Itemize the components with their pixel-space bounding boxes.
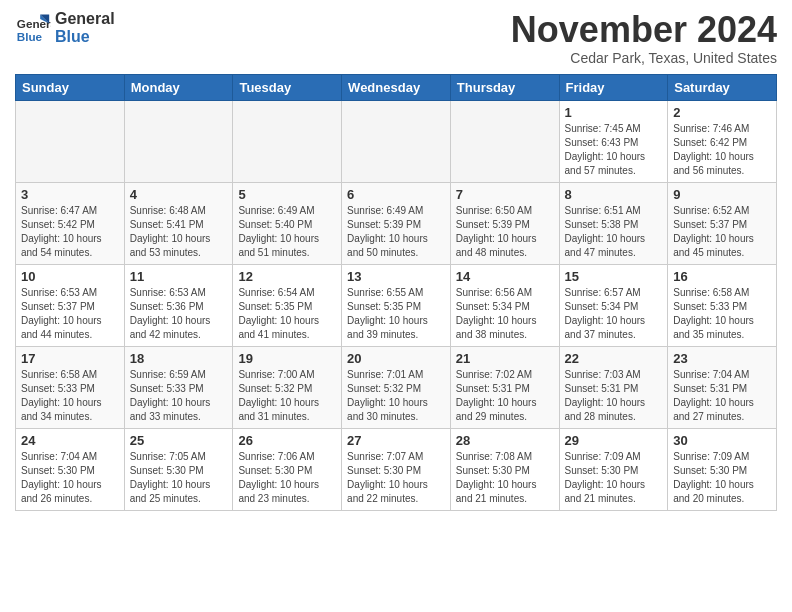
day-number: 19 xyxy=(238,351,336,366)
day-info: Sunrise: 7:01 AM Sunset: 5:32 PM Dayligh… xyxy=(347,368,445,424)
day-info: Sunrise: 6:54 AM Sunset: 5:35 PM Dayligh… xyxy=(238,286,336,342)
day-info: Sunrise: 6:55 AM Sunset: 5:35 PM Dayligh… xyxy=(347,286,445,342)
day-number: 21 xyxy=(456,351,554,366)
day-header-monday: Monday xyxy=(124,74,233,100)
calendar-cell: 15 Sunrise: 6:57 AM Sunset: 5:34 PM Dayl… xyxy=(559,264,668,346)
calendar-table: SundayMondayTuesdayWednesdayThursdayFrid… xyxy=(15,74,777,511)
calendar-cell: 24 Sunrise: 7:04 AM Sunset: 5:30 PM Dayl… xyxy=(16,428,125,510)
calendar-cell: 28 Sunrise: 7:08 AM Sunset: 5:30 PM Dayl… xyxy=(450,428,559,510)
day-header-sunday: Sunday xyxy=(16,74,125,100)
calendar-cell: 26 Sunrise: 7:06 AM Sunset: 5:30 PM Dayl… xyxy=(233,428,342,510)
calendar-cell: 19 Sunrise: 7:00 AM Sunset: 5:32 PM Dayl… xyxy=(233,346,342,428)
day-info: Sunrise: 6:48 AM Sunset: 5:41 PM Dayligh… xyxy=(130,204,228,260)
calendar-cell xyxy=(233,100,342,182)
calendar-cell: 13 Sunrise: 6:55 AM Sunset: 5:35 PM Dayl… xyxy=(342,264,451,346)
day-info: Sunrise: 7:07 AM Sunset: 5:30 PM Dayligh… xyxy=(347,450,445,506)
calendar-cell: 27 Sunrise: 7:07 AM Sunset: 5:30 PM Dayl… xyxy=(342,428,451,510)
calendar-cell xyxy=(450,100,559,182)
day-number: 28 xyxy=(456,433,554,448)
svg-text:Blue: Blue xyxy=(17,30,43,43)
calendar-cell: 4 Sunrise: 6:48 AM Sunset: 5:41 PM Dayli… xyxy=(124,182,233,264)
calendar-cell xyxy=(342,100,451,182)
calendar-cell: 9 Sunrise: 6:52 AM Sunset: 5:37 PM Dayli… xyxy=(668,182,777,264)
calendar-cell: 20 Sunrise: 7:01 AM Sunset: 5:32 PM Dayl… xyxy=(342,346,451,428)
calendar-cell: 11 Sunrise: 6:53 AM Sunset: 5:36 PM Dayl… xyxy=(124,264,233,346)
calendar-week-4: 17 Sunrise: 6:58 AM Sunset: 5:33 PM Dayl… xyxy=(16,346,777,428)
calendar-week-1: 1 Sunrise: 7:45 AM Sunset: 6:43 PM Dayli… xyxy=(16,100,777,182)
day-number: 25 xyxy=(130,433,228,448)
day-info: Sunrise: 6:58 AM Sunset: 5:33 PM Dayligh… xyxy=(21,368,119,424)
day-header-tuesday: Tuesday xyxy=(233,74,342,100)
day-number: 14 xyxy=(456,269,554,284)
day-number: 1 xyxy=(565,105,663,120)
day-info: Sunrise: 7:06 AM Sunset: 5:30 PM Dayligh… xyxy=(238,450,336,506)
day-info: Sunrise: 7:45 AM Sunset: 6:43 PM Dayligh… xyxy=(565,122,663,178)
day-number: 22 xyxy=(565,351,663,366)
calendar-cell: 14 Sunrise: 6:56 AM Sunset: 5:34 PM Dayl… xyxy=(450,264,559,346)
calendar-cell: 21 Sunrise: 7:02 AM Sunset: 5:31 PM Dayl… xyxy=(450,346,559,428)
day-header-saturday: Saturday xyxy=(668,74,777,100)
day-number: 29 xyxy=(565,433,663,448)
day-info: Sunrise: 6:58 AM Sunset: 5:33 PM Dayligh… xyxy=(673,286,771,342)
day-number: 7 xyxy=(456,187,554,202)
day-info: Sunrise: 7:09 AM Sunset: 5:30 PM Dayligh… xyxy=(565,450,663,506)
calendar-cell: 29 Sunrise: 7:09 AM Sunset: 5:30 PM Dayl… xyxy=(559,428,668,510)
day-number: 18 xyxy=(130,351,228,366)
day-header-friday: Friday xyxy=(559,74,668,100)
day-number: 6 xyxy=(347,187,445,202)
day-info: Sunrise: 6:53 AM Sunset: 5:37 PM Dayligh… xyxy=(21,286,119,342)
day-number: 20 xyxy=(347,351,445,366)
month-title: November 2024 xyxy=(511,10,777,50)
day-info: Sunrise: 6:56 AM Sunset: 5:34 PM Dayligh… xyxy=(456,286,554,342)
calendar-cell: 6 Sunrise: 6:49 AM Sunset: 5:39 PM Dayli… xyxy=(342,182,451,264)
calendar-cell: 22 Sunrise: 7:03 AM Sunset: 5:31 PM Dayl… xyxy=(559,346,668,428)
day-header-wednesday: Wednesday xyxy=(342,74,451,100)
day-info: Sunrise: 7:09 AM Sunset: 5:30 PM Dayligh… xyxy=(673,450,771,506)
day-info: Sunrise: 7:08 AM Sunset: 5:30 PM Dayligh… xyxy=(456,450,554,506)
logo-icon: General Blue xyxy=(15,10,51,46)
calendar-week-3: 10 Sunrise: 6:53 AM Sunset: 5:37 PM Dayl… xyxy=(16,264,777,346)
calendar-cell: 25 Sunrise: 7:05 AM Sunset: 5:30 PM Dayl… xyxy=(124,428,233,510)
day-number: 17 xyxy=(21,351,119,366)
title-area: November 2024 Cedar Park, Texas, United … xyxy=(511,10,777,66)
calendar-week-5: 24 Sunrise: 7:04 AM Sunset: 5:30 PM Dayl… xyxy=(16,428,777,510)
calendar-cell: 16 Sunrise: 6:58 AM Sunset: 5:33 PM Dayl… xyxy=(668,264,777,346)
day-number: 8 xyxy=(565,187,663,202)
day-number: 10 xyxy=(21,269,119,284)
day-number: 13 xyxy=(347,269,445,284)
day-info: Sunrise: 6:52 AM Sunset: 5:37 PM Dayligh… xyxy=(673,204,771,260)
day-info: Sunrise: 7:04 AM Sunset: 5:30 PM Dayligh… xyxy=(21,450,119,506)
day-info: Sunrise: 7:05 AM Sunset: 5:30 PM Dayligh… xyxy=(130,450,228,506)
calendar-cell: 8 Sunrise: 6:51 AM Sunset: 5:38 PM Dayli… xyxy=(559,182,668,264)
day-info: Sunrise: 6:51 AM Sunset: 5:38 PM Dayligh… xyxy=(565,204,663,260)
calendar-cell: 30 Sunrise: 7:09 AM Sunset: 5:30 PM Dayl… xyxy=(668,428,777,510)
day-number: 11 xyxy=(130,269,228,284)
day-info: Sunrise: 7:04 AM Sunset: 5:31 PM Dayligh… xyxy=(673,368,771,424)
calendar-cell: 1 Sunrise: 7:45 AM Sunset: 6:43 PM Dayli… xyxy=(559,100,668,182)
day-header-thursday: Thursday xyxy=(450,74,559,100)
logo-text-general: General xyxy=(55,10,115,28)
logo-text-blue: Blue xyxy=(55,28,115,46)
day-number: 27 xyxy=(347,433,445,448)
calendar-cell: 2 Sunrise: 7:46 AM Sunset: 6:42 PM Dayli… xyxy=(668,100,777,182)
calendar-week-2: 3 Sunrise: 6:47 AM Sunset: 5:42 PM Dayli… xyxy=(16,182,777,264)
calendar-header-row: SundayMondayTuesdayWednesdayThursdayFrid… xyxy=(16,74,777,100)
day-info: Sunrise: 7:00 AM Sunset: 5:32 PM Dayligh… xyxy=(238,368,336,424)
calendar-cell xyxy=(124,100,233,182)
calendar-cell xyxy=(16,100,125,182)
day-number: 3 xyxy=(21,187,119,202)
day-number: 24 xyxy=(21,433,119,448)
day-info: Sunrise: 7:46 AM Sunset: 6:42 PM Dayligh… xyxy=(673,122,771,178)
day-info: Sunrise: 6:57 AM Sunset: 5:34 PM Dayligh… xyxy=(565,286,663,342)
day-number: 2 xyxy=(673,105,771,120)
day-number: 16 xyxy=(673,269,771,284)
day-info: Sunrise: 6:50 AM Sunset: 5:39 PM Dayligh… xyxy=(456,204,554,260)
day-info: Sunrise: 6:47 AM Sunset: 5:42 PM Dayligh… xyxy=(21,204,119,260)
calendar-cell: 23 Sunrise: 7:04 AM Sunset: 5:31 PM Dayl… xyxy=(668,346,777,428)
location: Cedar Park, Texas, United States xyxy=(511,50,777,66)
day-info: Sunrise: 6:49 AM Sunset: 5:40 PM Dayligh… xyxy=(238,204,336,260)
calendar-cell: 18 Sunrise: 6:59 AM Sunset: 5:33 PM Dayl… xyxy=(124,346,233,428)
day-info: Sunrise: 6:59 AM Sunset: 5:33 PM Dayligh… xyxy=(130,368,228,424)
day-number: 12 xyxy=(238,269,336,284)
page-header: General Blue General Blue November 2024 … xyxy=(15,10,777,66)
